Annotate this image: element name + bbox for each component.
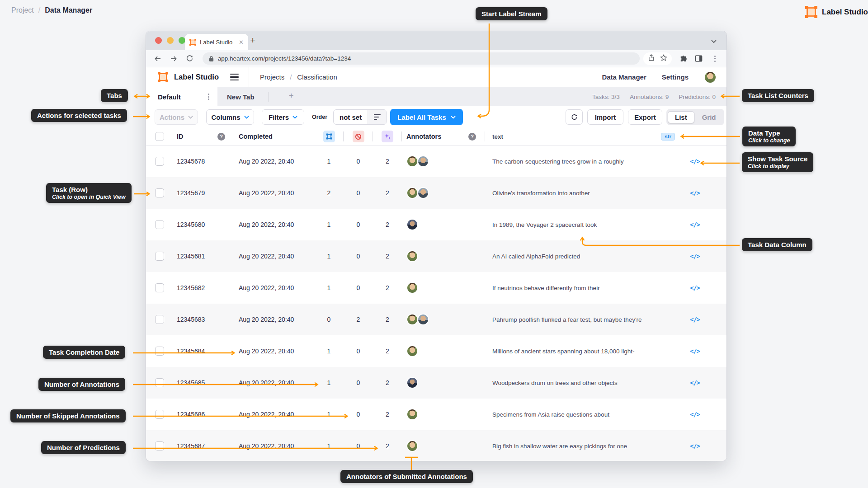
show-source-icon[interactable]: </> xyxy=(690,284,699,291)
table-header: ID Completed Annot xyxy=(146,128,726,145)
side-panel-icon[interactable] xyxy=(693,53,704,64)
toolbar: Actions Columns Filters Order not set La… xyxy=(146,106,726,128)
actions-label: Actions xyxy=(160,113,184,121)
annotator-avatar[interactable] xyxy=(406,219,418,230)
tab-new-tab[interactable]: New Tab xyxy=(217,87,268,106)
address-bar[interactable]: app.heartex.com/projects/123456/data?tab… xyxy=(203,52,640,65)
select-all-checkbox[interactable] xyxy=(155,132,164,141)
skipped-column-icon[interactable] xyxy=(353,131,364,142)
filters-button[interactable]: Filters xyxy=(262,109,304,125)
table-row[interactable]: 12345685 Aug 20 2022, 20:40 1 0 2 Woodpe… xyxy=(146,367,726,399)
nav-settings[interactable]: Settings xyxy=(662,73,689,81)
table-row[interactable]: 12345678 Aug 20 2022, 20:40 1 0 2 The ca… xyxy=(146,145,726,177)
import-button[interactable]: Import xyxy=(587,109,623,125)
row-checkbox[interactable] xyxy=(155,378,164,387)
tab-options-icon[interactable] xyxy=(208,94,209,100)
annotator-avatar[interactable] xyxy=(406,345,418,357)
task-text: If neutrinos behave differently from the… xyxy=(492,285,600,291)
close-window-button[interactable] xyxy=(155,37,162,44)
annotator-avatar[interactable] xyxy=(406,440,418,452)
breadcrumb-project[interactable]: Project xyxy=(11,6,34,14)
column-text-label[interactable]: text xyxy=(492,133,503,140)
table-row[interactable]: 12345687 Aug 20 2022, 20:40 1 0 2 Big fi… xyxy=(146,430,726,461)
annotations-column-icon[interactable] xyxy=(323,131,335,142)
table-row[interactable]: 12345679 Aug 20 2022, 20:40 2 0 2 Olivin… xyxy=(146,177,726,209)
annotator-avatar[interactable] xyxy=(417,155,429,167)
row-checkbox[interactable] xyxy=(155,283,164,292)
help-icon[interactable] xyxy=(217,133,225,141)
grid-view-button[interactable]: Grid xyxy=(695,112,723,123)
predictions-column-icon[interactable] xyxy=(382,131,393,142)
column-completed-label[interactable]: Completed xyxy=(239,133,273,140)
tab-close-icon[interactable]: ✕ xyxy=(239,39,244,46)
annotator-avatar[interactable] xyxy=(406,377,418,389)
annotator-avatar[interactable] xyxy=(406,282,418,294)
row-checkbox[interactable] xyxy=(155,410,164,419)
label-all-tasks-button[interactable]: Label All Tasks xyxy=(390,109,463,125)
add-view-tab-icon[interactable]: + xyxy=(289,91,294,101)
actions-button[interactable]: Actions xyxy=(155,109,198,125)
back-icon[interactable] xyxy=(152,53,163,64)
help-icon[interactable] xyxy=(468,133,476,141)
row-checkbox[interactable] xyxy=(155,188,164,197)
url-text: app.heartex.com/projects/123456/data?tab… xyxy=(218,55,351,62)
tab-search-chevron-icon[interactable] xyxy=(711,37,717,45)
browser-menu-icon[interactable] xyxy=(709,53,720,64)
show-source-icon[interactable]: </> xyxy=(690,158,699,165)
columns-button[interactable]: Columns xyxy=(206,109,254,125)
share-icon[interactable] xyxy=(648,54,655,63)
annotator-avatar[interactable] xyxy=(417,187,429,199)
app-logo-text[interactable]: Label Studio xyxy=(174,73,219,81)
table-row[interactable]: 12345682 Aug 20 2022, 20:40 1 0 2 If neu… xyxy=(146,272,726,304)
row-checkbox[interactable] xyxy=(155,252,164,261)
forward-icon[interactable] xyxy=(169,53,179,64)
tab-default[interactable]: Default xyxy=(146,87,217,106)
table-row[interactable]: 12345681 Aug 20 2022, 20:40 1 0 2 An AI … xyxy=(146,240,726,272)
row-checkbox[interactable] xyxy=(155,220,164,229)
show-source-icon[interactable]: </> xyxy=(690,442,699,450)
annotator-avatar[interactable] xyxy=(406,250,418,262)
table-row[interactable]: 12345683 Aug 20 2022, 20:40 0 2 2 Pahrum… xyxy=(146,304,726,335)
column-id-label[interactable]: ID xyxy=(177,133,184,140)
nav-data-manager[interactable]: Data Manager xyxy=(602,73,646,81)
show-source-icon[interactable]: </> xyxy=(690,379,699,386)
new-tab-icon[interactable]: + xyxy=(250,35,255,46)
annotator-avatar[interactable] xyxy=(417,314,429,325)
breadcrumb-projects[interactable]: Projects xyxy=(260,73,284,81)
column-annotators-label[interactable]: Annotators xyxy=(406,133,441,140)
table-row[interactable]: 12345684 Aug 20 2022, 20:40 1 0 2 Millio… xyxy=(146,335,726,367)
annotator-avatar[interactable] xyxy=(406,187,418,199)
maximize-window-button[interactable] xyxy=(179,37,185,44)
show-source-icon[interactable]: </> xyxy=(690,253,699,260)
annotator-avatar[interactable] xyxy=(406,155,418,167)
row-checkbox[interactable] xyxy=(155,441,164,450)
user-avatar[interactable] xyxy=(704,71,717,84)
minimize-window-button[interactable] xyxy=(167,37,174,44)
annotator-avatar[interactable] xyxy=(406,408,418,420)
export-button[interactable]: Export xyxy=(628,109,662,125)
row-checkbox[interactable] xyxy=(155,157,164,166)
hamburger-menu-icon[interactable] xyxy=(230,74,239,80)
show-source-icon[interactable]: </> xyxy=(690,411,699,418)
task-text: Pahrump poolfish flunked a fear test, bu… xyxy=(492,316,642,323)
task-id: 12345678 xyxy=(177,158,205,165)
browser-tab[interactable]: Label Studio ✕ xyxy=(185,34,248,50)
list-view-button[interactable]: List xyxy=(668,111,694,123)
table-row[interactable]: 12345686 Aug 20 2022, 20:40 1 0 2 Specim… xyxy=(146,399,726,430)
sort-direction-button[interactable] xyxy=(368,110,387,124)
reload-icon[interactable] xyxy=(184,53,195,64)
row-checkbox[interactable] xyxy=(155,315,164,324)
order-control[interactable]: not set xyxy=(333,109,387,125)
annotator-avatar[interactable] xyxy=(406,314,418,325)
row-checkbox[interactable] xyxy=(155,347,164,356)
data-type-badge[interactable]: str xyxy=(661,133,675,141)
show-source-icon[interactable]: </> xyxy=(690,189,699,197)
refresh-button[interactable] xyxy=(566,109,583,125)
extensions-icon[interactable] xyxy=(677,53,688,64)
show-source-icon[interactable]: </> xyxy=(690,221,699,228)
show-source-icon[interactable]: </> xyxy=(690,347,699,355)
table-row[interactable]: 12345680 Aug 20 2022, 20:40 1 0 2 In 198… xyxy=(146,209,726,240)
show-source-icon[interactable]: </> xyxy=(690,316,699,323)
bookmark-star-icon[interactable] xyxy=(660,54,667,63)
breadcrumb-current: Data Manager xyxy=(45,6,92,14)
